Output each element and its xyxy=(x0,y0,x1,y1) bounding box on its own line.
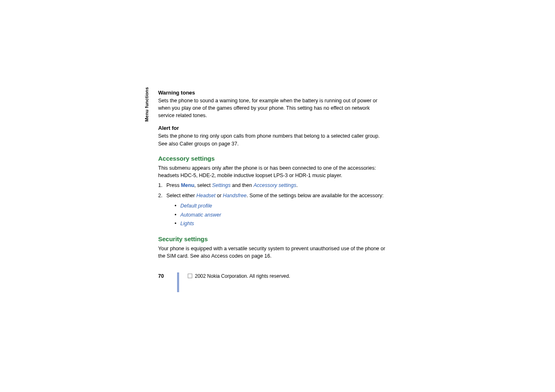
copyright-icon xyxy=(188,274,192,278)
warning-tones-body: Sets the phone to sound a warning tone, … xyxy=(158,97,386,119)
security-settings-body: Your phone is equipped with a versatile … xyxy=(158,245,386,260)
option-label: Default profile xyxy=(180,203,212,209)
alert-for-title: Alert for xyxy=(158,125,386,131)
step-text: Select either xyxy=(166,193,196,198)
step-text: , select xyxy=(194,182,212,188)
step-text: and then xyxy=(230,182,253,188)
page-footer: 70 2002 Nokia Corporation. All rights re… xyxy=(158,273,386,293)
copyright-text: 2002 Nokia Corporation. All rights reser… xyxy=(195,273,290,279)
warning-tones-title: Warning tones xyxy=(158,90,386,96)
accessory-options-list: Default profile Automatic answer Lights xyxy=(175,202,386,228)
bullet-lights: Lights xyxy=(175,219,386,228)
accessory-settings-heading: Accessory settings xyxy=(158,155,386,162)
footer-divider-bar xyxy=(177,272,179,292)
step-1: 1. Press Menu, select Settings and then … xyxy=(158,182,386,189)
step-number: 2. xyxy=(158,192,162,200)
option-label: Lights xyxy=(180,221,194,226)
settings-ref: Settings xyxy=(212,182,230,188)
accessory-steps-list: 1. Press Menu, select Settings and then … xyxy=(158,182,386,200)
option-label: Automatic answer xyxy=(180,212,221,218)
document-page: Warning tones Sets the phone to sound a … xyxy=(142,90,458,265)
bullet-automatic-answer: Automatic answer xyxy=(175,211,386,219)
menu-ref: Menu xyxy=(181,182,194,188)
step-text: Press xyxy=(166,182,181,188)
page-number: 70 xyxy=(158,273,164,279)
headset-ref: Headset xyxy=(196,193,216,198)
bullet-default-profile: Default profile xyxy=(175,202,386,210)
step-2: 2. Select either Headset or Handsfree. S… xyxy=(158,192,386,200)
step-number: 1. xyxy=(158,182,162,189)
step-text: . Some of the settings below are availab… xyxy=(246,193,384,198)
step-text: or xyxy=(216,193,223,198)
accessory-settings-ref: Accessory settings xyxy=(253,182,296,188)
accessory-settings-intro: This submenu appears only after the phon… xyxy=(158,164,386,179)
step-text: . xyxy=(296,182,297,188)
security-settings-heading: Security settings xyxy=(158,235,386,242)
handsfree-ref: Handsfree xyxy=(223,193,247,198)
alert-for-body: Sets the phone to ring only upon calls f… xyxy=(158,132,386,147)
